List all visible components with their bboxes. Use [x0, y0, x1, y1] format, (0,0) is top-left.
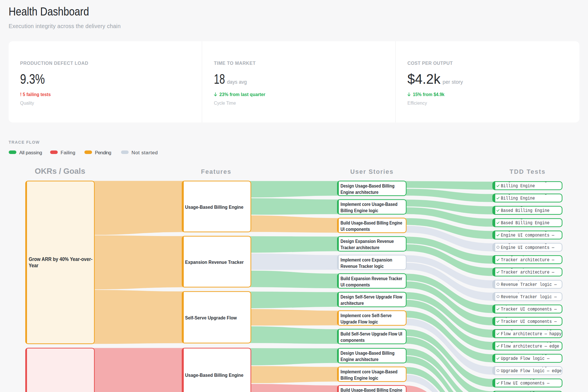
svg-text:Usage-Based Billing Engine: Usage-Based Billing Engine — [185, 204, 243, 210]
svg-text:Build Expansion Revenue Tracke: Build Expansion Revenue Tracker — [341, 276, 402, 281]
svg-text:Tracker UI components —: Tracker UI components — — [501, 319, 557, 324]
svg-text:Design Self-Serve Upgrade: Design Self-Serve Upgrade — [501, 326, 562, 331]
svg-text:Usage-Based Billing: Usage-Based Billing — [501, 190, 547, 195]
svg-text:core Expansion: core Expansion — [501, 276, 535, 282]
svg-text:$4.2k: $4.2k — [407, 71, 441, 87]
svg-text:Self-Serve Upgrade Flow: Self-Serve Upgrade Flow — [501, 375, 557, 380]
svg-text:! 5 failing tests: ! 5 failing tests — [20, 92, 51, 97]
svg-text:Execution integrity across the: Execution integrity across the delivery … — [9, 23, 121, 29]
svg-text:Build Self-Serve Upgrade Flow: Build Self-Serve Upgrade Flow UI — [341, 331, 402, 336]
svg-text:Build Usage-Based Billing Engi: Build Usage-Based Billing Engine — [341, 388, 402, 392]
svg-text:Billing Engine: Billing Engine — [501, 196, 535, 201]
svg-text:Design Expansion: Design Expansion — [501, 252, 540, 257]
svg-text:Flow architecture — happy: Flow architecture — happy — [501, 331, 562, 337]
svg-text:Grow ARR by 40% Year-over-: Grow ARR by 40% Year-over- — [29, 256, 92, 262]
svg-text:Revenue Tracker logic —: Revenue Tracker logic — — [501, 295, 557, 300]
svg-text:Efficiency: Efficiency — [407, 101, 427, 106]
svg-text:9.3%: 9.3% — [20, 71, 45, 87]
svg-text:components: components — [341, 338, 365, 343]
svg-text:Usage-Based Billing: Usage-Based Billing — [501, 227, 547, 232]
svg-text:Expansion Revenue: Expansion Revenue — [501, 301, 542, 306]
svg-text:Quality: Quality — [20, 101, 34, 106]
svg-text:core Self-Serve Upgrade: core Self-Serve Upgrade — [501, 363, 557, 368]
svg-text:Design Expansion Revenue: Design Expansion Revenue — [341, 239, 394, 244]
svg-text:User Stories: User Stories — [350, 168, 393, 175]
svg-text:core Expansion: core Expansion — [501, 289, 535, 294]
svg-text:All passing: All passing — [19, 150, 42, 155]
svg-text:Not started: Not started — [131, 150, 158, 155]
svg-text:Implement core Self-Serve: Implement core Self-Serve — [341, 313, 392, 318]
svg-text:Billing Engine logic: Billing Engine logic — [341, 376, 378, 381]
svg-text:Revenue Tracker logic —: Revenue Tracker logic — — [501, 282, 557, 287]
svg-text:Build Usage-Based Billing Engi: Build Usage-Based Billing Engine — [341, 221, 402, 225]
svg-text:Implement core Usage-Based: Implement core Usage-Based — [341, 202, 397, 207]
svg-text:Revenue Tracker logic: Revenue Tracker logic — [341, 264, 384, 269]
svg-text:15% from $4.9k: 15% from $4.9k — [413, 92, 444, 97]
svg-text:Health Dashboard: Health Dashboard — [9, 5, 89, 18]
svg-text:18: 18 — [214, 71, 225, 87]
svg-text:Billing Engine: Billing Engine — [501, 184, 535, 189]
svg-text:Usage-Based Billing: Usage-Based Billing — [501, 178, 547, 183]
svg-text:Design Self-Serve Upgrade: Design Self-Serve Upgrade — [501, 338, 562, 343]
svg-text:COST PER OUTPUT: COST PER OUTPUT — [407, 61, 453, 66]
svg-text:Upgrade Flow logic: Upgrade Flow logic — [341, 319, 378, 324]
svg-text:23% from last quarter: 23% from last quarter — [219, 92, 265, 97]
svg-text:Failing: Failing — [61, 150, 75, 155]
svg-text:Implement core Usage-Based: Implement core Usage-Based — [341, 369, 397, 374]
svg-text:Flow architecture — edge: Flow architecture — edge — [501, 344, 559, 349]
svg-text:architecture: architecture — [341, 301, 364, 306]
svg-text:TIME TO MARKET: TIME TO MARKET — [214, 61, 256, 66]
svg-text:Upgrade Flow logic — edge: Upgrade Flow logic — edge — [501, 368, 562, 374]
svg-text:per story: per story — [443, 79, 463, 85]
svg-text:Expansion Revenue Tracker: Expansion Revenue Tracker — [185, 260, 244, 265]
svg-text:Expansion Revenue: Expansion Revenue — [501, 313, 542, 319]
svg-text:core Usage-Based: core Usage-Based — [501, 202, 540, 208]
svg-text:Pending: Pending — [95, 150, 111, 155]
svg-text:Tracker architecture —: Tracker architecture — — [501, 270, 554, 275]
svg-text:Engine UI components —: Engine UI components — — [501, 233, 554, 238]
svg-text:days avg: days avg — [227, 79, 247, 85]
svg-text:Year: Year — [29, 263, 38, 268]
svg-text:Usage-Based Billing Engine: Usage-Based Billing Engine — [185, 373, 243, 378]
svg-text:Engine UI components —: Engine UI components — — [501, 245, 554, 250]
svg-text:Flow UI components —: Flow UI components — — [501, 381, 550, 386]
svg-text:Engine architecture: Engine architecture — [341, 190, 378, 195]
svg-text:UI components: UI components — [341, 227, 370, 232]
svg-text:Cycle Time: Cycle Time — [214, 101, 236, 106]
svg-text:UI components: UI components — [341, 282, 370, 287]
svg-text:Design Expansion: Design Expansion — [501, 264, 540, 269]
svg-text:TRACE FLOW: TRACE FLOW — [9, 140, 40, 145]
svg-text:Tracker UI components —: Tracker UI components — — [501, 307, 557, 312]
svg-text:Tracker architecture —: Tracker architecture — — [501, 258, 554, 263]
svg-text:OKRs / Goals: OKRs / Goals — [35, 167, 85, 175]
svg-text:TDD Tests: TDD Tests — [510, 168, 545, 175]
svg-text:Usage-Based Billing: Usage-Based Billing — [501, 239, 547, 245]
svg-text:Upgrade Flow logic —: Upgrade Flow logic — — [501, 356, 550, 361]
svg-text:Features: Features — [201, 168, 231, 175]
svg-text:Based Billing Engine: Based Billing Engine — [501, 208, 550, 213]
svg-text:Billing Engine logic: Billing Engine logic — [341, 208, 378, 213]
svg-text:Tracker architecture: Tracker architecture — [341, 245, 379, 250]
svg-text:core Usage-Based: core Usage-Based — [501, 215, 540, 220]
svg-text:Design Usage-Based Billing: Design Usage-Based Billing — [341, 184, 394, 188]
svg-text:core Self-Serve Upgrade: core Self-Serve Upgrade — [501, 350, 557, 356]
svg-text:PRODUCTION DEFECT LOAD: PRODUCTION DEFECT LOAD — [20, 61, 88, 66]
svg-text:Design Usage-Based Billing: Design Usage-Based Billing — [341, 351, 394, 356]
svg-text:Implement core Expansion: Implement core Expansion — [341, 258, 392, 262]
svg-text:Self-Serve Upgrade Flow: Self-Serve Upgrade Flow — [185, 315, 237, 321]
svg-text:Design Self-Serve Upgrade Flow: Design Self-Serve Upgrade Flow — [341, 295, 402, 299]
svg-text:Based Billing Engine: Based Billing Engine — [501, 221, 550, 226]
svg-text:Engine architecture: Engine architecture — [341, 357, 378, 362]
